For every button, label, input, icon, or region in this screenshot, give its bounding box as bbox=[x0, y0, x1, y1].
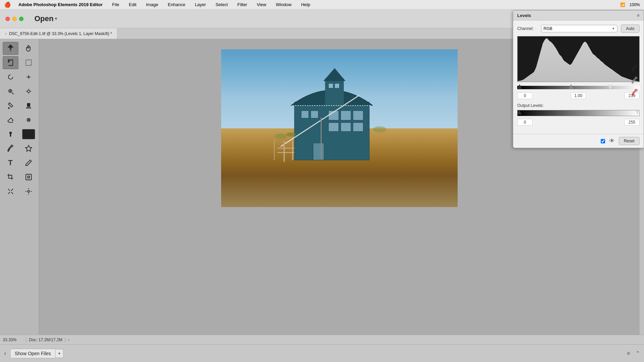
status-expand-arrow[interactable]: › bbox=[68, 337, 70, 342]
svg-point-1 bbox=[28, 76, 29, 78]
close-button[interactable] bbox=[5, 17, 10, 21]
tool-row-8 bbox=[1, 142, 37, 155]
healing-brush-tool[interactable] bbox=[21, 85, 36, 98]
black-input-value[interactable]: 0 bbox=[517, 92, 533, 99]
menu-file[interactable]: File bbox=[110, 1, 121, 8]
output-white-slider[interactable] bbox=[635, 110, 640, 115]
open-files-container: Show Open Files ▾ bbox=[10, 349, 63, 358]
move-tool[interactable] bbox=[3, 42, 18, 55]
menu-enhance[interactable]: Enhance bbox=[166, 1, 187, 8]
svg-point-39 bbox=[632, 94, 633, 96]
menu-help[interactable]: Help bbox=[299, 1, 312, 8]
menu-view[interactable]: View bbox=[255, 1, 268, 8]
black-eyedropper-button[interactable] bbox=[630, 63, 640, 73]
magnetic-lasso-tool[interactable] bbox=[21, 70, 36, 83]
histogram-container bbox=[517, 36, 640, 82]
menu-layer[interactable]: Layer bbox=[193, 1, 208, 8]
minimize-button[interactable] bbox=[12, 17, 17, 21]
white-point-slider[interactable] bbox=[608, 85, 613, 90]
white-output-value[interactable]: 255 bbox=[624, 119, 640, 126]
histogram-svg bbox=[518, 36, 639, 82]
midtone-slider[interactable] bbox=[569, 84, 573, 89]
wifi-icon: 📶 bbox=[620, 2, 625, 7]
doc-tab-title: DSC_9756-Edit-1.tif @ 33.3% (Levels 1, L… bbox=[9, 31, 112, 36]
maximize-button[interactable] bbox=[19, 17, 24, 21]
back-arrow[interactable]: ‹ bbox=[3, 348, 7, 358]
menu-image[interactable]: Image bbox=[144, 1, 160, 8]
menu-edit[interactable]: Edit bbox=[127, 1, 138, 8]
preview-checkbox-container bbox=[601, 139, 605, 143]
tool-row-10 bbox=[1, 171, 37, 184]
gray-eyedropper-button[interactable] bbox=[630, 76, 640, 85]
menu-select[interactable]: Select bbox=[213, 1, 230, 8]
content-aware-tool[interactable] bbox=[21, 185, 36, 198]
black-point-slider[interactable] bbox=[517, 84, 522, 89]
svg-rect-18 bbox=[335, 83, 339, 88]
doc-tab[interactable]: × DSC_9756-Edit-1.tif @ 33.3% (Levels 1,… bbox=[0, 28, 117, 39]
selection-tool[interactable] bbox=[3, 56, 18, 69]
levels-title-bar: Levels ≡ bbox=[513, 11, 644, 20]
tool-row-11 bbox=[1, 185, 37, 198]
recompose-tool[interactable] bbox=[3, 185, 18, 198]
output-black-slider[interactable] bbox=[517, 110, 522, 114]
tool-row-3 bbox=[1, 70, 37, 83]
zoom-level: 33.33% bbox=[3, 337, 23, 342]
reset-button[interactable]: Reset bbox=[619, 137, 640, 145]
toolbar: T bbox=[0, 39, 39, 335]
svg-rect-13 bbox=[26, 174, 31, 180]
menu-window[interactable]: Window bbox=[274, 1, 293, 8]
channel-label: Channel: bbox=[517, 26, 538, 31]
blur-tool[interactable] bbox=[21, 113, 36, 126]
stamp-tool[interactable] bbox=[21, 99, 36, 112]
open-dropdown-arrow[interactable]: ▾ bbox=[55, 16, 57, 21]
crop-tool[interactable] bbox=[3, 171, 18, 184]
svg-rect-23 bbox=[353, 111, 363, 120]
bottom-right-controls: ≡ ⌃ bbox=[626, 349, 641, 358]
svg-rect-27 bbox=[313, 143, 324, 160]
foreground-color[interactable] bbox=[22, 129, 35, 139]
levels-panel-menu-icon[interactable]: ≡ bbox=[637, 13, 640, 18]
dodge-tool[interactable] bbox=[3, 128, 18, 141]
tool-row-4 bbox=[1, 85, 37, 98]
list-view-icon[interactable]: ≡ bbox=[626, 349, 631, 358]
hand-tool[interactable] bbox=[21, 42, 36, 55]
eraser-tool[interactable] bbox=[3, 113, 18, 126]
open-button[interactable]: Open ▾ bbox=[32, 13, 60, 25]
svg-point-38 bbox=[632, 82, 633, 83]
quick-selection-tool[interactable] bbox=[3, 85, 18, 98]
eye-icon[interactable]: 👁 bbox=[609, 138, 615, 144]
lasso-tool[interactable] bbox=[3, 70, 18, 83]
doc-tab-close[interactable]: × bbox=[5, 32, 7, 36]
eyedropper-tool[interactable] bbox=[3, 142, 18, 155]
svg-point-14 bbox=[28, 190, 30, 192]
svg-point-35 bbox=[286, 132, 296, 137]
menu-filter[interactable]: Filter bbox=[235, 1, 249, 8]
channel-select[interactable]: RGB Red Green Blue bbox=[541, 25, 617, 32]
apple-menu[interactable]: 🍎 bbox=[4, 1, 11, 8]
app-name[interactable]: Adobe Photoshop Elements 2019 Editor bbox=[16, 1, 105, 8]
doc-size: Doc: 17.2M/17.2M bbox=[26, 337, 65, 342]
channel-selector-wrapper: RGB Red Green Blue bbox=[541, 25, 617, 32]
black-output-value[interactable]: 0 bbox=[517, 119, 533, 126]
auto-button[interactable]: Auto bbox=[621, 25, 640, 33]
text-tool[interactable]: T bbox=[3, 156, 18, 169]
preview-checkbox[interactable] bbox=[601, 139, 605, 143]
output-track bbox=[517, 110, 640, 116]
cookie-cutter-tool[interactable] bbox=[21, 171, 36, 184]
smart-brush-tool[interactable] bbox=[21, 142, 36, 155]
levels-footer: 👁 Reset bbox=[513, 134, 644, 148]
traffic-lights bbox=[0, 17, 29, 21]
brush-tool[interactable] bbox=[3, 99, 18, 112]
svg-rect-25 bbox=[341, 123, 351, 131]
show-open-files-button[interactable]: Show Open Files bbox=[10, 349, 56, 358]
tool-row-5 bbox=[1, 99, 37, 112]
svg-line-3 bbox=[12, 93, 13, 95]
white-eyedropper-button[interactable] bbox=[630, 88, 640, 97]
pencil-tool[interactable] bbox=[21, 156, 36, 169]
marquee-tool[interactable] bbox=[21, 56, 36, 69]
midtone-input-value[interactable]: 1.00 bbox=[571, 92, 586, 99]
show-open-files-dropdown[interactable]: ▾ bbox=[56, 349, 63, 358]
expand-icon[interactable]: ⌃ bbox=[634, 349, 641, 358]
tool-row-1 bbox=[1, 42, 37, 55]
photo-canvas bbox=[221, 49, 458, 207]
